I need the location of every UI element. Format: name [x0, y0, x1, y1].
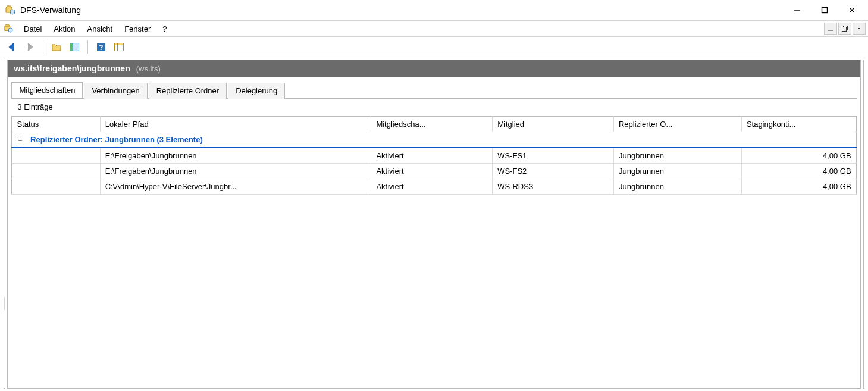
tree-namespace-freigaben[interactable]: ⌄ \\ws.its\Freigaben [4, 87, 5, 101]
tree-root[interactable]: DFS-Verwaltung [4, 61, 5, 74]
action-item[interactable]: Neues Mitglied... [864, 89, 864, 112]
action-item[interactable]: Neue Topologie... [864, 169, 864, 193]
tree-panel: DFS-Verwaltung ⌄ Namespaces ⌄ \\ws.its\F… [4, 60, 5, 389]
col-membership[interactable]: Mitgliedscha... [371, 117, 493, 132]
group-collapse-icon[interactable]: – [17, 137, 23, 143]
mdi-controls [823, 23, 866, 35]
tree-namespaces[interactable]: ⌄ Namespaces [4, 74, 5, 87]
toolbar-pane-button[interactable] [67, 40, 82, 54]
action-item[interactable]: Ansicht▶ [864, 312, 864, 327]
tree-namespace-child[interactable]: Programmierung [4, 179, 5, 192]
cell-membership: Aktiviert [371, 164, 493, 179]
action-item[interactable]: Neue Verbindung... [864, 145, 864, 169]
menu-view[interactable]: Ansicht [82, 22, 119, 36]
nav-forward-button[interactable] [23, 40, 37, 54]
action-item[interactable]: Replikationsgruppe aus der Anzei... [864, 288, 864, 312]
mdi-close-button[interactable] [853, 23, 866, 35]
cell-status [12, 148, 100, 164]
tree-namespace-intern[interactable]: › \\ws.its\intern [4, 232, 5, 245]
tree-namespace-child[interactable]: Privat [4, 166, 5, 179]
tree-namespace-child[interactable]: Zwischenablage [4, 218, 5, 232]
menu-window[interactable]: Fenster [118, 22, 156, 36]
toolbar-folder-button[interactable] [49, 40, 64, 54]
tree-replication-group[interactable]: ws.its\freigaben\privat [4, 310, 5, 323]
col-staging[interactable]: Stagingkonti... [741, 117, 856, 132]
nav-back-button[interactable] [5, 40, 19, 54]
svg-rect-1 [822, 8, 828, 13]
action-item[interactable]: Verwaltungsberechtigungen deleg... [864, 240, 864, 264]
action-item[interactable]: Diagnosebericht erstellen... [864, 193, 864, 217]
tab-verbindungen[interactable]: Verbindungen [84, 83, 147, 99]
table-row[interactable]: C:\Admin\Hyper-V\FileServer\Jungbr...Akt… [12, 179, 856, 195]
tree-namespace-child[interactable]: AdminArea [4, 101, 5, 114]
tree-namespace-child[interactable]: Software [4, 192, 5, 205]
tree-replication-group[interactable]: ws.its\freigaben\jungbrunnen [4, 297, 5, 310]
mdi-minimize-button[interactable] [824, 23, 837, 35]
center-context: (ws.its) [136, 64, 161, 73]
tree-replication-group[interactable]: ws.its\freigaben\business [4, 284, 5, 297]
action-item[interactable]: Topologie überprüfen... [864, 217, 864, 240]
cell-status [12, 164, 100, 179]
cell-membership: Aktiviert [371, 148, 493, 164]
cell-replicated-folder: Jungbrunnen [613, 164, 741, 179]
menu-file[interactable]: Datei [18, 22, 48, 36]
tab-mitgliedschaften[interactable]: Mitgliedschaften [11, 82, 83, 98]
action-item[interactable]: Löschen [864, 368, 864, 384]
table-header-row: Status Lokaler Pfad Mitgliedscha... Mitg… [12, 117, 856, 132]
tree-replikation[interactable]: ⌄ Replikation [4, 245, 5, 258]
action-item[interactable]: Neues Fenster hier öffnen [864, 327, 864, 368]
table-row[interactable]: E:\Freigaben\JungbrunnenAktiviertWS-FS2J… [12, 164, 856, 179]
tab-strip: Mitgliedschaften Verbindungen Repliziert… [8, 77, 860, 116]
cell-member: WS-RDS3 [493, 179, 614, 195]
table-row[interactable]: E:\Freigaben\JungbrunnenAktiviertWS-FS1J… [12, 148, 856, 164]
center-panel: ws.its\freigaben\jungbrunnen (ws.its) Mi… [7, 60, 860, 389]
col-status[interactable]: Status [12, 117, 100, 132]
window-close-button[interactable] [838, 1, 866, 19]
actions-section-title[interactable]: ws.its\freigaben\jungbrunnen ▴ [864, 74, 864, 89]
window-minimize-button[interactable] [784, 1, 811, 19]
tree-namespace-child[interactable]: ›Storage [4, 205, 5, 218]
menu-action[interactable]: Aktion [48, 22, 81, 36]
tree-namespace-child[interactable]: Business [4, 140, 5, 153]
menu-help[interactable]: ? [156, 22, 173, 36]
center-title: ws.its\freigaben\jungbrunnen [14, 64, 130, 73]
window-maximize-button[interactable] [811, 1, 838, 19]
tree-replication-group[interactable]: ws.its\freigaben\bibliothek [4, 271, 5, 284]
svg-rect-6 [70, 43, 73, 51]
tree-namespace-child[interactable]: ›Backup [4, 114, 5, 127]
center-header: ws.its\freigaben\jungbrunnen (ws.its) [8, 60, 860, 77]
tree-replication-group[interactable]: ws.its\intern\benutzerprofile [4, 362, 5, 376]
action-item[interactable]: Aktualisieren [864, 384, 864, 389]
col-replicated-folder[interactable]: Replizierter O... [613, 117, 741, 132]
col-local-path[interactable]: Lokaler Pfad [100, 117, 371, 132]
tree-replication-group[interactable]: ws.its\freigaben\software [4, 336, 5, 349]
action-item[interactable]: Replikationsgruppenzeitplan bear... [864, 264, 864, 288]
group-row[interactable]: – Replizierter Ordner: Jungbrunnen (3 El… [12, 132, 856, 148]
col-member[interactable]: Mitglied [493, 117, 614, 132]
window-title: DFS-Verwaltung [20, 5, 81, 15]
window-titlebar: DFS-Verwaltung [0, 0, 868, 20]
toolbar-help-button[interactable]: ? [94, 40, 108, 54]
svg-point-2 [8, 28, 12, 32]
svg-text:?: ? [99, 43, 103, 52]
cell-replicated-folder: Jungbrunnen [613, 179, 741, 195]
toolbar: ? [0, 37, 868, 57]
app-icon-small [4, 23, 13, 35]
action-item[interactable]: Neue replizierte Ordner... [864, 112, 864, 145]
tree-namespace-child[interactable]: Bibliothek [4, 127, 5, 140]
tree-replication-group[interactable]: ws.its\intern\benutzerordner [4, 349, 5, 362]
actions-panel: Aktionen ws.its\freigaben\jungbrunnen ▴ … [863, 60, 864, 389]
svg-point-0 [10, 10, 15, 14]
cell-member: WS-FS1 [493, 148, 614, 164]
tab-delegierung[interactable]: Delegierung [228, 83, 285, 99]
tree-replication-group[interactable]: ws.its\freigaben\programmierung [4, 323, 5, 336]
tree-replication-group[interactable]: ws.its\freigaben\adminarea [4, 258, 5, 271]
toolbar-layout-button[interactable] [112, 40, 126, 54]
cell-staging: 4,00 GB [741, 148, 856, 164]
mdi-restore-button[interactable] [838, 23, 851, 35]
tab-replizierte-ordner[interactable]: Replizierte Ordner [149, 83, 227, 99]
membership-table-wrap: Status Lokaler Pfad Mitgliedscha... Mitg… [8, 116, 860, 195]
membership-table: Status Lokaler Pfad Mitgliedscha... Mitg… [11, 116, 856, 195]
tree-namespace-child[interactable]: Jungbrunnen [4, 153, 5, 166]
entries-count: 3 Einträge [11, 99, 856, 116]
